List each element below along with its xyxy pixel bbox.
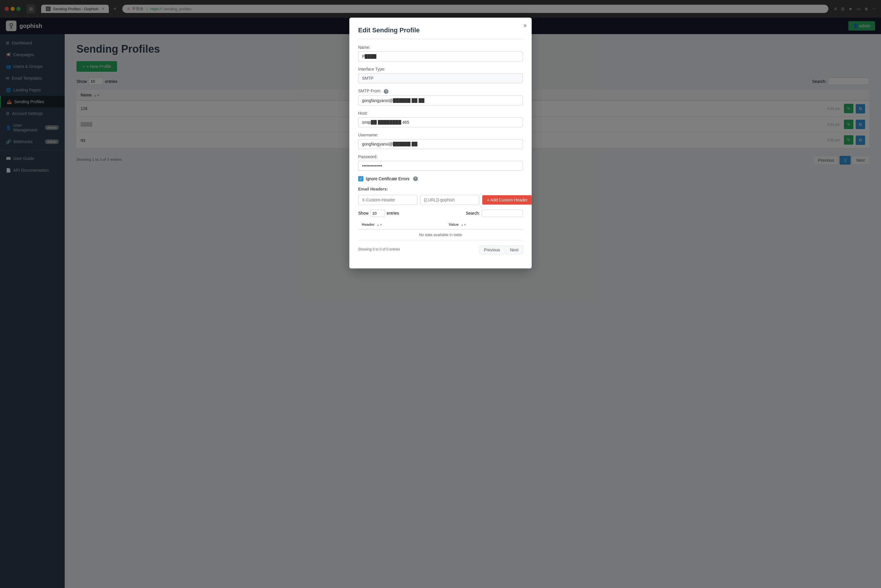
host-input[interactable] xyxy=(358,117,523,127)
password-input[interactable] xyxy=(358,161,523,171)
ignore-cert-label: Ignore Certificate Errors xyxy=(366,176,410,181)
inner-col-value: Value ▲▼ xyxy=(445,220,523,230)
smtp-from-input[interactable] xyxy=(358,96,523,105)
smtp-from-form-group: SMTP From: ? xyxy=(358,88,523,105)
password-form-group: Password: xyxy=(358,154,523,171)
headers-input-row: + Add Custom Header xyxy=(358,195,523,205)
inner-table-no-data-row: No data available in table xyxy=(358,230,523,240)
inner-show-entries: Show entries xyxy=(358,210,399,217)
ignore-cert-checkbox-group: ✓ Ignore Certificate Errors ? xyxy=(358,176,523,182)
inner-sort-icon-value[interactable]: ▲▼ xyxy=(461,223,466,226)
inner-next-button[interactable]: Next xyxy=(506,246,523,254)
inner-search-input[interactable] xyxy=(482,210,523,217)
inner-no-data-cell: No data available in table xyxy=(358,230,523,240)
inner-col-header: Header ▲▼ xyxy=(358,220,445,230)
interface-type-form-group: Interface Type: xyxy=(358,67,523,83)
name-input[interactable] xyxy=(358,51,523,62)
custom-header-name-input[interactable] xyxy=(358,195,417,205)
smtp-from-help-icon[interactable]: ? xyxy=(384,89,389,94)
smtp-from-label: SMTP From: ? xyxy=(358,88,523,94)
inner-sort-icon-header[interactable]: ▲▼ xyxy=(377,223,383,226)
host-label: Host: xyxy=(358,111,523,116)
interface-type-label: Interface Type: xyxy=(358,67,523,72)
interface-type-input[interactable] xyxy=(358,73,523,83)
username-input[interactable] xyxy=(358,139,523,149)
email-headers-form-group: Email Headers: + Add Custom Header Show … xyxy=(358,187,523,254)
add-custom-header-button[interactable]: + Add Custom Header xyxy=(482,195,532,205)
ignore-cert-form-group: ✓ Ignore Certificate Errors ? xyxy=(358,176,523,182)
username-form-group: Username: xyxy=(358,133,523,149)
inner-table-controls: Show entries Search: xyxy=(358,210,523,217)
username-label: Username: xyxy=(358,133,523,137)
inner-showing-text: Showing 0 to 0 of 0 entries xyxy=(358,247,400,251)
ignore-cert-checkbox[interactable]: ✓ xyxy=(358,176,363,182)
name-form-group: Name: xyxy=(358,45,523,62)
custom-header-value-input[interactable] xyxy=(420,195,479,205)
host-form-group: Host: xyxy=(358,111,523,127)
modal-close-button[interactable]: × xyxy=(524,22,527,29)
email-headers-label: Email Headers: xyxy=(358,187,523,191)
inner-search-area: Search: xyxy=(466,210,523,217)
name-label: Name: xyxy=(358,45,523,50)
inner-previous-button[interactable]: Previous xyxy=(480,246,504,254)
inner-pagination: Previous Next xyxy=(480,246,523,254)
inner-entries-per-page-input[interactable] xyxy=(370,210,385,217)
modal-title: Edit Sending Profile xyxy=(358,27,523,39)
ignore-cert-help-icon[interactable]: ? xyxy=(413,176,418,181)
inner-table-header-row: Header ▲▼ Value ▲▼ xyxy=(358,220,523,230)
edit-sending-profile-modal: × Edit Sending Profile Name: Interface T… xyxy=(349,18,532,268)
password-label: Password: xyxy=(358,154,523,159)
modal-overlay[interactable]: × Edit Sending Profile Name: Interface T… xyxy=(0,0,881,588)
inner-headers-table: Header ▲▼ Value ▲▼ No data available in … xyxy=(358,220,523,240)
